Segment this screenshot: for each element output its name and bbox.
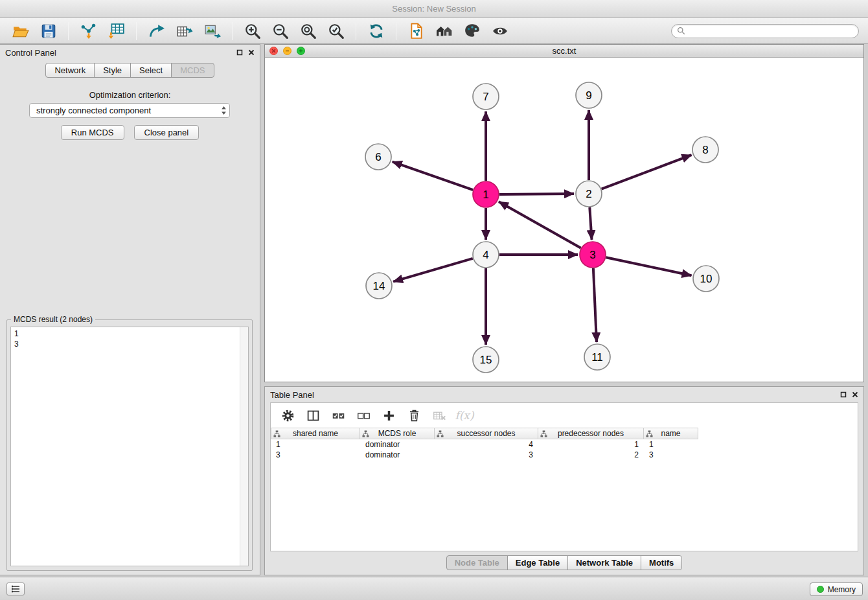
- float-panel-icon[interactable]: [236, 49, 243, 56]
- first-neighbors-icon: [436, 23, 453, 40]
- tab-edge-table[interactable]: Edge Table: [507, 555, 568, 570]
- node-6[interactable]: 6: [365, 144, 391, 170]
- tab-select[interactable]: Select: [130, 63, 172, 78]
- table-panel-tabs: Node TableEdge TableNetwork TableMotifs: [265, 555, 863, 570]
- window-minimize-button[interactable]: [283, 47, 291, 55]
- apply-layout-icon: [368, 23, 385, 40]
- node-9[interactable]: 9: [576, 82, 602, 108]
- column-header-predecessor-nodes[interactable]: predecessor nodes: [538, 428, 644, 439]
- node-15[interactable]: 15: [473, 347, 499, 373]
- show-hide-details-button[interactable]: [488, 20, 512, 42]
- criterion-select-value: strongly connected component: [36, 106, 151, 115]
- edge-1-6[interactable]: [393, 162, 474, 190]
- tab-node-table[interactable]: Node Table: [446, 555, 508, 570]
- delete-rows-button[interactable]: [402, 406, 426, 425]
- node-1[interactable]: 1: [473, 181, 499, 207]
- criterion-select[interactable]: strongly connected component: [29, 103, 230, 118]
- column-header-shared-name[interactable]: shared name: [271, 428, 360, 439]
- node-8[interactable]: 8: [692, 137, 718, 163]
- table-settings-button[interactable]: [276, 406, 299, 425]
- panel-menu-button[interactable]: [6, 583, 25, 595]
- cell-mcds-role: dominator: [360, 450, 435, 460]
- table-row[interactable]: 1dominator411: [271, 439, 858, 450]
- node-label: 11: [591, 351, 603, 363]
- export-table-button[interactable]: [172, 20, 196, 42]
- close-panel-icon[interactable]: [248, 49, 255, 56]
- edge-1-2[interactable]: [499, 194, 574, 194]
- export-network-icon: [148, 23, 165, 40]
- function-builder-label: f(x): [455, 409, 474, 422]
- edge-3-11[interactable]: [593, 268, 597, 342]
- tab-mcds[interactable]: MCDS: [171, 63, 214, 78]
- select-all-button[interactable]: [326, 406, 350, 425]
- run-mcds-button[interactable]: Run MCDS: [61, 125, 124, 140]
- import-network-button[interactable]: [76, 20, 100, 42]
- mcds-result-box: MCDS result (2 nodes) 13: [6, 319, 253, 571]
- edge-3-10[interactable]: [606, 257, 692, 275]
- node-label: 1: [483, 189, 488, 201]
- table-panel: Table Panel f(x) shared nameMCDS rolesuc…: [264, 386, 864, 575]
- attribute-type-icon: [646, 430, 653, 437]
- tab-style[interactable]: Style: [94, 63, 131, 78]
- window-zoom-button[interactable]: [297, 47, 305, 55]
- node-2[interactable]: 2: [576, 181, 602, 207]
- network-window-titlebar[interactable]: scc.txt: [265, 45, 863, 58]
- style-graphics-button[interactable]: [460, 20, 484, 42]
- tab-network-table[interactable]: Network Table: [567, 555, 641, 570]
- tab-network[interactable]: Network: [45, 63, 95, 78]
- edge-4-14[interactable]: [393, 259, 473, 282]
- column-header-mcds-role[interactable]: MCDS role: [360, 428, 435, 439]
- first-neighbors-button[interactable]: [432, 20, 456, 42]
- edge-2-3[interactable]: [589, 207, 591, 240]
- node-10[interactable]: 10: [693, 266, 719, 292]
- edge-2-8[interactable]: [602, 155, 692, 189]
- main-toolbar: [0, 18, 868, 44]
- export-network-button[interactable]: [144, 20, 168, 42]
- cell-mcds-role: dominator: [360, 439, 435, 450]
- zoom-fit-button[interactable]: [296, 20, 320, 42]
- node-label: 7: [483, 91, 488, 103]
- show-columns-button[interactable]: [301, 406, 325, 425]
- import-table-button[interactable]: [104, 20, 128, 42]
- attribute-type-icon: [362, 430, 369, 437]
- node-14[interactable]: 14: [366, 273, 392, 299]
- new-network-from-selection-icon: [408, 23, 425, 40]
- search-field[interactable]: [671, 24, 859, 38]
- close-table-panel-icon[interactable]: [852, 391, 858, 398]
- memory-button[interactable]: Memory: [810, 583, 863, 596]
- node-4[interactable]: 4: [473, 242, 499, 268]
- close-panel-button[interactable]: Close panel: [134, 125, 200, 140]
- apply-layout-button[interactable]: [364, 20, 388, 42]
- add-column-button[interactable]: [377, 406, 400, 425]
- save-session-button[interactable]: [36, 20, 60, 42]
- show-columns-icon: [306, 409, 320, 422]
- mcds-buttons-row: Run MCDS Close panel: [0, 125, 260, 140]
- column-header-successor-nodes[interactable]: successor nodes: [435, 428, 538, 439]
- open-session-button[interactable]: [8, 20, 32, 42]
- attribute-type-icon: [273, 430, 280, 437]
- tab-motifs[interactable]: Motifs: [641, 555, 682, 570]
- zoom-out-button[interactable]: [268, 20, 292, 42]
- new-network-from-selection-button[interactable]: [404, 20, 428, 42]
- cell-shared-name: 1: [271, 439, 360, 450]
- search-icon: [677, 27, 685, 35]
- zoom-in-button[interactable]: [240, 20, 264, 42]
- delete-rows-icon: [407, 409, 421, 422]
- node-11[interactable]: 11: [584, 344, 610, 370]
- table-row[interactable]: 3dominator323: [271, 450, 858, 460]
- add-column-icon: [382, 409, 396, 422]
- node-3[interactable]: 3: [580, 242, 606, 268]
- export-image-button[interactable]: [200, 20, 224, 42]
- edge-3-1[interactable]: [499, 202, 581, 248]
- status-bar: Memory: [0, 577, 868, 600]
- mcds-result-area: 13: [10, 327, 249, 566]
- result-scrollbar[interactable]: [240, 327, 248, 566]
- search-input[interactable]: [689, 26, 853, 36]
- network-canvas[interactable]: 7968124314101511: [265, 58, 863, 382]
- float-table-panel-icon[interactable]: [840, 391, 847, 398]
- node-7[interactable]: 7: [473, 84, 499, 110]
- zoom-selected-button[interactable]: [324, 20, 348, 42]
- unselect-all-button[interactable]: [352, 406, 375, 425]
- window-close-button[interactable]: [269, 47, 278, 55]
- column-header-name[interactable]: name: [644, 428, 698, 439]
